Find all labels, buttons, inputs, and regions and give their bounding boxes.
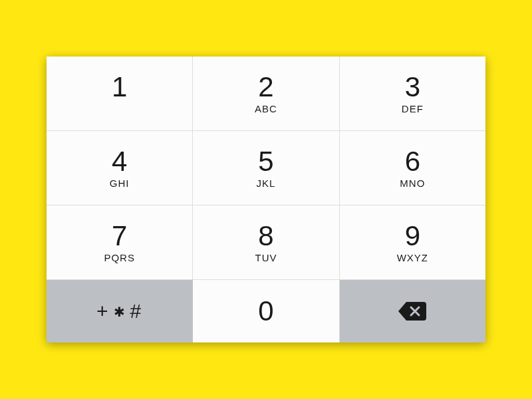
key-letters: WXYZ bbox=[397, 253, 428, 263]
key-letters: PQRS bbox=[104, 253, 135, 263]
keypad-row-3: 7 PQRS 8 TUV 9 WXYZ bbox=[47, 205, 485, 280]
key-5[interactable]: 5 JKL bbox=[193, 131, 339, 205]
key-letters: MNO bbox=[400, 178, 425, 189]
key-7[interactable]: 7 PQRS bbox=[47, 205, 193, 280]
key-letters: DEF bbox=[402, 104, 424, 114]
key-9[interactable]: 9 WXYZ bbox=[340, 205, 485, 280]
key-letters: TUV bbox=[255, 253, 277, 263]
key-number: 8 bbox=[258, 222, 273, 250]
key-number: 5 bbox=[258, 148, 273, 176]
key-number: 4 bbox=[112, 148, 127, 176]
key-1[interactable]: 1 bbox=[47, 57, 193, 131]
key-4[interactable]: 4 GHI bbox=[47, 131, 193, 205]
key-number: 7 bbox=[112, 222, 127, 250]
hash-symbol: # bbox=[130, 300, 143, 323]
key-number: 2 bbox=[258, 73, 273, 101]
key-number: 1 bbox=[112, 73, 127, 101]
keypad-row-1: 1 2 ABC 3 DEF bbox=[47, 57, 485, 131]
key-0[interactable]: 0 bbox=[193, 280, 339, 342]
phone-keypad: 1 2 ABC 3 DEF 4 GHI 5 JKL 6 MNO 7 PQRS bbox=[47, 57, 485, 342]
key-8[interactable]: 8 TUV bbox=[193, 205, 339, 280]
keypad-row-2: 4 GHI 5 JKL 6 MNO bbox=[47, 131, 485, 205]
key-letters: JKL bbox=[257, 178, 276, 189]
key-symbols[interactable]: + ✱ # bbox=[47, 280, 193, 342]
key-letters: GHI bbox=[110, 178, 130, 189]
key-number: 3 bbox=[405, 73, 420, 101]
key-number: 6 bbox=[405, 148, 420, 176]
key-backspace[interactable] bbox=[340, 280, 485, 342]
star-symbol: ✱ bbox=[114, 304, 126, 320]
key-3[interactable]: 3 DEF bbox=[340, 57, 485, 131]
symbols-label: + ✱ # bbox=[96, 300, 142, 323]
key-6[interactable]: 6 MNO bbox=[340, 131, 485, 205]
backspace-icon bbox=[397, 301, 428, 322]
keypad-row-4: + ✱ # 0 bbox=[47, 280, 485, 342]
key-number: 0 bbox=[258, 297, 273, 325]
key-number: 9 bbox=[405, 222, 420, 250]
key-letters: ABC bbox=[255, 104, 277, 114]
plus-symbol: + bbox=[96, 300, 110, 323]
key-2[interactable]: 2 ABC bbox=[193, 57, 339, 131]
